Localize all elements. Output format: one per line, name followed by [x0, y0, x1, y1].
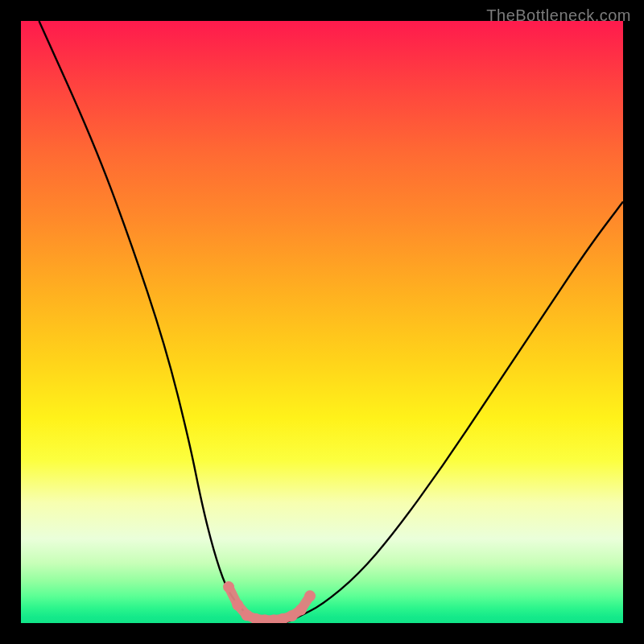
bottleneck-curve [39, 21, 623, 623]
highlight-dot [304, 590, 316, 601]
highlight-dot [295, 605, 307, 616]
chart-plot-area [21, 21, 623, 623]
watermark-text: TheBottleneck.com [486, 6, 631, 25]
highlight-dot [223, 581, 234, 592]
bottleneck-chart-svg [21, 21, 623, 623]
highlight-dot [232, 600, 243, 611]
